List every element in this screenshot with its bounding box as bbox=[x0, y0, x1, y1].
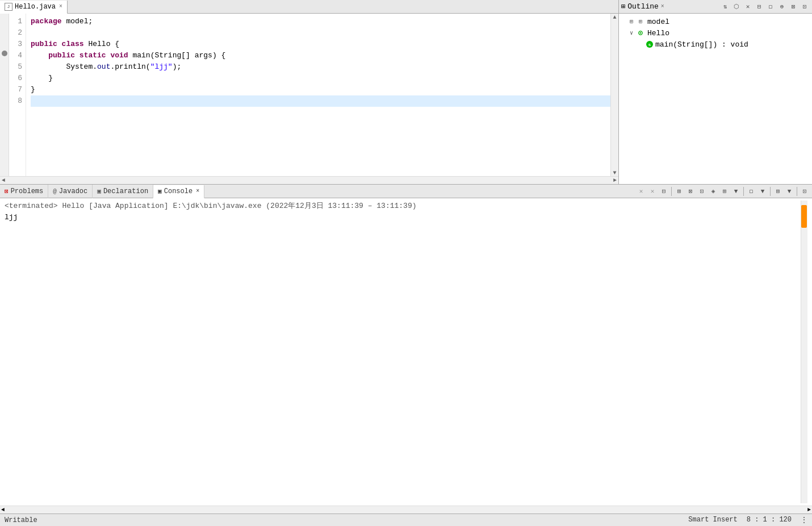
keyword-public2: public bbox=[48, 50, 79, 61]
outline-item-hello[interactable]: ∨ ⊙ Hello bbox=[619, 27, 812, 39]
method-sig: main(String[] args) { bbox=[132, 50, 225, 61]
console-remove-btn[interactable]: ✕ bbox=[647, 186, 658, 197]
console-btn-3[interactable]: ⊠ bbox=[685, 186, 696, 197]
code-text: model; bbox=[66, 16, 93, 27]
console-tab-close[interactable]: × bbox=[196, 188, 199, 194]
tab-problems-label: Problems bbox=[11, 187, 44, 195]
method-static-marker: s bbox=[648, 42, 651, 47]
closing-brace2: } bbox=[31, 84, 35, 95]
scroll-down-btn[interactable]: ▼ bbox=[612, 169, 618, 176]
console-dropdown-btn[interactable]: ▼ bbox=[757, 186, 768, 197]
code-line-1: package model; bbox=[31, 16, 610, 27]
console-hscroll-left[interactable]: ◄ bbox=[1, 507, 5, 513]
main-area: J Hello.java × 1 2 3 4 bbox=[0, 0, 812, 184]
console-hscroll-right[interactable]: ► bbox=[807, 507, 811, 513]
console-terminated-line: <terminated> Hello [Java Application] E:… bbox=[5, 201, 801, 212]
editor-tab-close[interactable]: × bbox=[59, 3, 62, 10]
tab-console[interactable]: ▣ Console × bbox=[153, 185, 204, 199]
outline-btn-1[interactable]: ⇅ bbox=[720, 2, 730, 12]
expand-hello[interactable]: ∨ bbox=[628, 30, 635, 36]
editor-tab-label: Hello.java bbox=[15, 3, 56, 11]
tab-javadoc-label: Javadoc bbox=[59, 187, 87, 195]
editor-pane: J Hello.java × 1 2 3 4 bbox=[0, 0, 619, 184]
outline-tab-close[interactable]: × bbox=[661, 3, 664, 10]
hscroll-left-btn[interactable]: ◄ bbox=[0, 177, 7, 184]
console-output: ljj bbox=[5, 212, 801, 223]
line-num-5: 5 bbox=[11, 61, 22, 73]
toolbar-separator-1 bbox=[671, 187, 672, 196]
editor-vscrollbar[interactable]: ▲ ▼ bbox=[610, 14, 618, 176]
outline-btn-6[interactable]: ⊕ bbox=[777, 2, 787, 12]
editor-tab-bar: J Hello.java × bbox=[0, 0, 618, 14]
code-line-7: } bbox=[31, 84, 610, 95]
tab-problems[interactable]: ⊠ Problems bbox=[0, 185, 48, 198]
status-insert-mode: Smart Insert bbox=[688, 516, 737, 524]
line-num-8: 8 bbox=[11, 95, 22, 107]
outline-btn-7[interactable]: ⊠ bbox=[788, 2, 798, 12]
outline-item-model[interactable]: ⊞ ⊞ model bbox=[619, 16, 812, 27]
closing-brace1: } bbox=[31, 73, 53, 84]
field-out: out bbox=[97, 61, 110, 73]
method-icon-wrapper: s bbox=[646, 41, 653, 48]
tab-javadoc[interactable]: @ Javadoc bbox=[48, 185, 93, 198]
console-hscrollbar[interactable]: ◄ ► bbox=[0, 506, 812, 514]
console-scroll-handle[interactable] bbox=[801, 205, 807, 228]
status-left: Writable bbox=[5, 516, 37, 524]
method-circle-icon: s bbox=[646, 41, 653, 48]
outline-content: ⊞ ⊞ model ∨ ⊙ Hello s main(String[]) : v… bbox=[619, 14, 812, 184]
string-literal: "ljj" bbox=[150, 61, 173, 73]
hscroll-right-btn[interactable]: ► bbox=[612, 177, 618, 184]
console-word-wrap-btn[interactable]: ⊞ bbox=[773, 186, 783, 197]
breakpoint-marker bbox=[2, 51, 7, 56]
code-line-6: } bbox=[31, 73, 610, 84]
console-max-btn[interactable]: ⊡ bbox=[800, 186, 810, 197]
outline-icon: ⊞ bbox=[621, 2, 625, 11]
outline-model-label: model bbox=[647, 18, 669, 26]
editor-content[interactable]: 1 2 3 4 5 6 7 8 package model; public cl… bbox=[0, 14, 618, 176]
console-clear-btn[interactable]: ⊟ bbox=[659, 186, 669, 197]
console-vscrollbar[interactable] bbox=[801, 201, 807, 503]
outline-btn-4[interactable]: ⊟ bbox=[754, 2, 764, 12]
bottom-tab-bar: ⊠ Problems @ Javadoc ▣ Declaration ▣ Con… bbox=[0, 185, 812, 198]
console-btn-7[interactable]: ▼ bbox=[731, 186, 741, 197]
code-editor[interactable]: package model; public class Hello { publ… bbox=[26, 14, 610, 176]
class-name: Hello { bbox=[88, 39, 119, 50]
console-btn-6[interactable]: ⊞ bbox=[719, 186, 730, 197]
status-right: Smart Insert 8 : 1 : 120 ⋮ bbox=[688, 516, 807, 524]
println-call: .println( bbox=[110, 61, 150, 73]
indent2: System. bbox=[31, 61, 97, 73]
line-num-2: 2 bbox=[11, 27, 22, 39]
outline-btn-2[interactable]: ⬡ bbox=[731, 2, 742, 12]
toolbar-separator-4 bbox=[797, 187, 797, 196]
editor-hscrollbar[interactable]: ◄ ► bbox=[0, 176, 618, 184]
editor-tab-hello-java[interactable]: J Hello.java × bbox=[0, 1, 68, 14]
console-btn-5[interactable]: ◈ bbox=[708, 186, 718, 197]
expand-model[interactable]: ⊞ bbox=[628, 18, 635, 25]
console-scroll-lock-btn[interactable]: ▼ bbox=[784, 186, 794, 197]
outline-btn-3[interactable]: ✕ bbox=[743, 2, 753, 12]
code-line-8 bbox=[31, 95, 610, 107]
outline-item-main[interactable]: s main(String[]) : void bbox=[619, 39, 812, 50]
line-num-3: 3 bbox=[11, 39, 22, 50]
console-pin-btn[interactable]: ◻ bbox=[746, 186, 756, 197]
outline-btn-8[interactable]: ⊡ bbox=[800, 2, 810, 12]
outline-btn-5[interactable]: ◻ bbox=[765, 2, 776, 12]
problems-icon: ⊠ bbox=[5, 187, 9, 195]
tab-declaration[interactable]: ▣ Declaration bbox=[93, 185, 153, 198]
bottom-toolbar: ✕ ✕ ⊟ ⊞ ⊠ ⊡ ◈ ⊞ ▼ ◻ ▼ ⊞ ▼ ⊡ bbox=[636, 186, 812, 197]
console-newconsole-btn[interactable]: ⊞ bbox=[674, 186, 684, 197]
console-terminate-btn[interactable]: ✕ bbox=[636, 186, 646, 197]
outline-hello-label: Hello bbox=[647, 29, 669, 37]
console-content: <terminated> Hello [Java Application] E:… bbox=[0, 198, 812, 506]
console-text: <terminated> Hello [Java Application] E:… bbox=[5, 201, 801, 503]
scroll-up-btn[interactable]: ▲ bbox=[612, 14, 618, 20]
keyword-class: class bbox=[62, 39, 89, 50]
console-btn-4[interactable]: ⊡ bbox=[697, 186, 707, 197]
bottom-tabs: ⊠ Problems @ Javadoc ▣ Declaration ▣ Con… bbox=[0, 185, 204, 198]
keyword-void: void bbox=[110, 50, 132, 61]
outline-tab-bar: ⊞ Outline × ⇅ ⬡ ✕ ⊟ ◻ ⊕ ⊠ ⊡ bbox=[619, 0, 812, 14]
status-bar: Writable Smart Insert 8 : 1 : 120 ⋮ bbox=[0, 514, 812, 526]
declaration-icon: ▣ bbox=[97, 187, 101, 195]
keyword-static: static bbox=[79, 50, 111, 61]
line-num-1: 1 bbox=[11, 16, 22, 27]
